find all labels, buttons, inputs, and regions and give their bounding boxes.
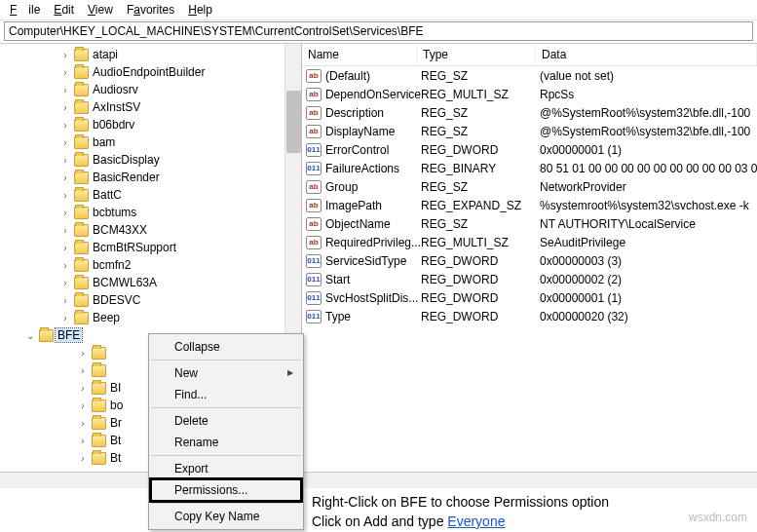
expand-icon[interactable]: › [58, 137, 72, 148]
value-row[interactable]: 011ErrorControlREG_DWORD0x00000001 (1) [302, 140, 757, 159]
expand-icon[interactable]: › [58, 208, 72, 218]
expand-icon[interactable]: › [58, 172, 72, 183]
tree-item[interactable]: ›BasicRender [58, 169, 301, 186]
expand-icon[interactable]: › [76, 418, 90, 429]
expand-icon[interactable]: › [76, 453, 90, 464]
expand-icon[interactable]: › [58, 313, 72, 323]
value-row[interactable]: abDescriptionREG_SZ@%SystemRoot%\system3… [302, 103, 757, 122]
value-row[interactable]: abDependOnServiceREG_MULTI_SZRpcSs [302, 85, 757, 103]
tree-item[interactable]: ›BcmBtRSupport [58, 239, 301, 256]
tree-item[interactable]: ›Audiosrv [58, 81, 301, 98]
folder-icon [92, 382, 106, 395]
tree-item[interactable]: ›BCM43XX [58, 221, 301, 239]
value-row[interactable]: abDisplayNameREG_SZ@%SystemRoot%\system3… [302, 122, 757, 140]
tree-item[interactable]: ›BasicDisplay [58, 151, 301, 169]
context-menu: Collapse New Find... Delete Rename Expor… [148, 333, 304, 530]
expand-icon[interactable]: › [76, 436, 90, 446]
menu-view[interactable]: View [82, 2, 119, 18]
value-data: SeAuditPrivilege [540, 236, 757, 249]
value-name: ImagePath [325, 199, 382, 212]
col-header-data[interactable]: Data [536, 44, 757, 65]
value-type: REG_SZ [421, 106, 540, 120]
value-row[interactable]: abGroupREG_SZNetworkProvider [302, 177, 757, 196]
list-pane: Name Type Data ab(Default)REG_SZ(value n… [302, 44, 757, 472]
expand-icon[interactable]: › [76, 383, 90, 394]
expand-icon[interactable]: › [58, 225, 72, 236]
expand-icon[interactable]: › [58, 260, 72, 271]
folder-icon [92, 435, 106, 447]
value-row[interactable]: 011StartREG_DWORD0x00000002 (2) [302, 270, 757, 288]
expand-icon[interactable]: › [58, 120, 72, 131]
workspace: ›atapi›AudioEndpointBuilder›Audiosrv›AxI… [0, 43, 757, 472]
menu-help[interactable]: Help [182, 2, 218, 18]
menu-edit[interactable]: Edit [48, 2, 80, 18]
value-row[interactable]: 011TypeREG_DWORD0x00000020 (32) [302, 307, 757, 325]
value-name: ErrorControl [325, 143, 389, 157]
value-row[interactable]: abObjectNameREG_SZNT AUTHORITY\LocalServ… [302, 214, 757, 233]
tree-item[interactable]: ›bam [58, 133, 301, 151]
value-type: REG_DWORD [421, 310, 540, 323]
tree-item[interactable]: ›BattC [58, 186, 301, 204]
collapse-icon[interactable]: ⌄ [23, 330, 37, 341]
tree-item-label: atapi [91, 48, 120, 61]
ctx-permissions[interactable]: Permissions... [151, 479, 301, 501]
value-row[interactable]: 011FailureActionsREG_BINARY80 51 01 00 0… [302, 159, 757, 177]
binary-value-icon: 011 [306, 143, 322, 157]
tree-item-label: b06bdrv [91, 118, 136, 132]
expand-icon[interactable]: › [58, 102, 72, 113]
expand-icon[interactable]: › [58, 67, 72, 78]
expand-icon[interactable]: › [58, 155, 72, 166]
expand-icon[interactable]: › [58, 295, 72, 306]
menu-file[interactable]: File [4, 2, 46, 18]
value-row[interactable]: ab(Default)REG_SZ(value not set) [302, 66, 757, 85]
tree-item-label: bo [108, 399, 125, 412]
expand-icon[interactable]: › [58, 50, 72, 60]
ctx-copy-key-name[interactable]: Copy Key Name [151, 506, 301, 527]
ctx-find[interactable]: Find... [151, 384, 301, 405]
ctx-export[interactable]: Export [151, 458, 301, 479]
tree-item[interactable]: ›AxInstSV [58, 98, 301, 116]
folder-icon [92, 347, 106, 360]
col-header-name[interactable]: Name [302, 44, 417, 65]
expand-icon[interactable]: › [76, 348, 90, 359]
value-type: REG_EXPAND_SZ [421, 199, 540, 212]
value-data: 0x00000003 (3) [540, 254, 757, 268]
tree-item[interactable]: ›bcbtums [58, 204, 301, 221]
ctx-new[interactable]: New [151, 362, 301, 384]
tree-item-label: AxInstSV [91, 100, 142, 114]
expand-icon[interactable]: › [58, 278, 72, 288]
tree-item[interactable]: ›Beep [58, 309, 301, 326]
col-header-type[interactable]: Type [417, 44, 536, 65]
tree-item[interactable]: ›BCMWL63A [58, 274, 301, 291]
tree-item[interactable]: ›bcmfn2 [58, 256, 301, 274]
value-name: (Default) [325, 69, 370, 83]
value-row[interactable]: abImagePathREG_EXPAND_SZ%systemroot%\sys… [302, 196, 757, 214]
value-data: %systemroot%\system32\svchost.exe -k [540, 199, 757, 212]
tree-item[interactable]: ›BDESVC [58, 291, 301, 309]
value-type: REG_SZ [421, 125, 540, 138]
tree-item[interactable]: ›atapi [58, 46, 301, 63]
value-row[interactable]: abRequiredPrivileg...REG_MULTI_SZSeAudit… [302, 233, 757, 251]
value-row[interactable]: 011ServiceSidTypeREG_DWORD0x00000003 (3) [302, 251, 757, 270]
tree-item-label: Bt [108, 451, 123, 465]
ctx-collapse[interactable]: Collapse [151, 336, 301, 358]
folder-icon [74, 119, 89, 132]
ctx-rename[interactable]: Rename [151, 432, 301, 453]
expand-icon[interactable]: › [58, 243, 72, 253]
menu-favorites[interactable]: Favorites [121, 2, 180, 18]
expand-icon[interactable]: › [76, 400, 90, 411]
horizontal-scrollbar[interactable] [0, 472, 757, 488]
tree-scroll-thumb[interactable] [286, 91, 301, 153]
address-bar[interactable]: Computer\HKEY_LOCAL_MACHINE\SYSTEM\Curre… [4, 21, 753, 41]
folder-icon [39, 329, 54, 342]
folder-icon [92, 452, 106, 465]
expand-icon[interactable]: › [76, 365, 90, 376]
value-name: Start [325, 273, 350, 286]
everyone-link[interactable]: Everyone [447, 513, 505, 529]
tree-item[interactable]: ›AudioEndpointBuilder [58, 63, 301, 81]
expand-icon[interactable]: › [58, 85, 72, 95]
ctx-delete[interactable]: Delete [151, 410, 301, 432]
value-row[interactable]: 011SvcHostSplitDis...REG_DWORD0x00000001… [302, 288, 757, 307]
tree-item[interactable]: ›b06bdrv [58, 116, 301, 133]
expand-icon[interactable]: › [58, 190, 72, 201]
